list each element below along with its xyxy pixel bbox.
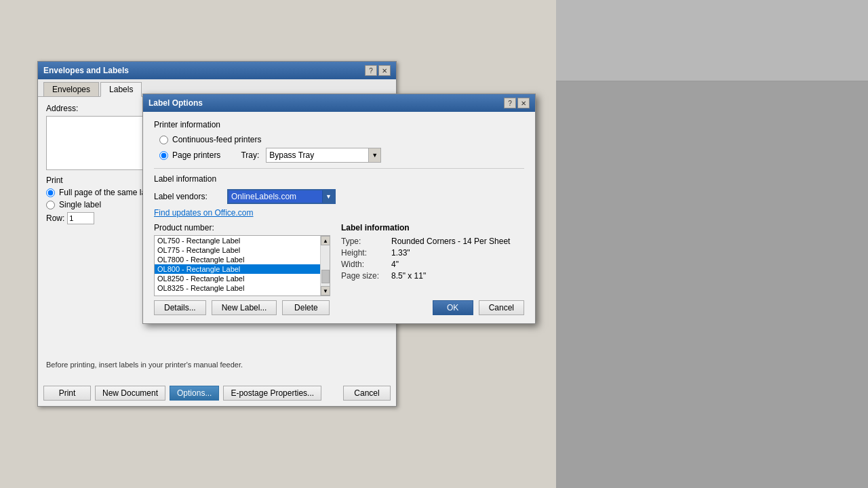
epostage-button[interactable]: E-postage Properties... bbox=[223, 386, 321, 401]
page-size-key: Page size: bbox=[341, 271, 389, 281]
app-background-right-top bbox=[556, 0, 868, 81]
scroll-up-button[interactable]: ▲ bbox=[321, 236, 330, 245]
scroll-track bbox=[321, 245, 330, 286]
lo-title: Label Options bbox=[149, 98, 203, 108]
page-printers-row: Page printers Tray: Bypass Tray ▼ bbox=[159, 148, 524, 163]
scroll-thumb[interactable] bbox=[321, 270, 330, 283]
product-area: Product number: OL750 - Rectangle Label … bbox=[154, 223, 524, 296]
product-list-scrollbar: ▲ ▼ bbox=[320, 236, 330, 296]
width-key: Width: bbox=[341, 260, 389, 269]
label-info-section-title: Label information bbox=[154, 174, 524, 184]
print-button[interactable]: Print bbox=[43, 386, 91, 401]
full-page-radio[interactable] bbox=[46, 188, 55, 197]
app-background-right bbox=[556, 0, 868, 488]
vendor-label-text: Label vendors: bbox=[154, 192, 222, 201]
product-number-section: Product number: OL750 - Rectangle Label … bbox=[154, 223, 330, 296]
printer-info-title: Printer information bbox=[154, 120, 524, 129]
continuous-feed-radio[interactable] bbox=[159, 136, 168, 144]
footer-message: Before printing, insert labels in your p… bbox=[46, 361, 388, 369]
lo-close-button[interactable]: ✕ bbox=[517, 98, 530, 108]
tab-labels[interactable]: Labels bbox=[100, 82, 142, 97]
continuous-feed-row: Continuous-feed printers bbox=[159, 135, 524, 144]
height-key: Height: bbox=[341, 248, 389, 258]
product-list: OL750 - Rectangle Label OL775 - Rectangl… bbox=[155, 236, 320, 296]
ok-button[interactable]: OK bbox=[433, 300, 473, 315]
env-labels-title: Envelopes and Labels bbox=[43, 66, 129, 75]
lo-footer: Details... New Label... Delete OK Cancel bbox=[154, 300, 524, 315]
row-number-input[interactable] bbox=[67, 212, 94, 224]
continuous-feed-label: Continuous-feed printers bbox=[172, 135, 261, 144]
list-item[interactable]: OL8325 - Rectangle Label bbox=[155, 283, 320, 293]
new-label-button[interactable]: New Label... bbox=[212, 300, 277, 315]
list-item[interactable]: OL750 - Rectangle Label bbox=[155, 236, 320, 245]
list-item[interactable]: OL8250 - Rectangle Label bbox=[155, 274, 320, 283]
tray-select[interactable]: Bypass Tray ▼ bbox=[266, 148, 381, 163]
lo-content: Printer information Continuous-feed prin… bbox=[143, 112, 535, 304]
vendor-select-value: OnlineLabels.com bbox=[229, 192, 322, 201]
page-size-value: 8.5" x 11" bbox=[391, 271, 426, 281]
list-item-selected[interactable]: OL800 - Rectangle Label bbox=[155, 264, 320, 274]
tray-select-value: Bypass Tray bbox=[267, 150, 368, 160]
env-labels-footer-buttons: Print New Document Options... E-postage … bbox=[43, 386, 391, 401]
tray-label-text: Tray: bbox=[241, 150, 259, 160]
label-info-box-title: Label information bbox=[341, 223, 524, 232]
env-labels-titlebar-buttons: ? ✕ bbox=[365, 65, 391, 76]
delete-button[interactable]: Delete bbox=[282, 300, 330, 315]
single-label-radio[interactable] bbox=[46, 201, 55, 209]
row-label-text: Row: bbox=[46, 214, 64, 223]
page-printers-radio[interactable] bbox=[159, 151, 168, 160]
env-labels-help-button[interactable]: ? bbox=[365, 65, 377, 76]
lo-titlebar-buttons: ? ✕ bbox=[504, 98, 530, 108]
label-info-box: Label information Type: Rounded Corners … bbox=[341, 223, 524, 296]
address-input-box[interactable] bbox=[46, 116, 155, 170]
height-value: 1.33" bbox=[391, 248, 410, 258]
printer-radio-group: Continuous-feed printers Page printers T… bbox=[159, 135, 524, 163]
lo-help-button[interactable]: ? bbox=[504, 98, 516, 108]
lo-titlebar: Label Options ? ✕ bbox=[143, 94, 535, 112]
width-row: Width: 4" bbox=[341, 260, 524, 269]
list-item[interactable]: OL7800 - Rectangle Label bbox=[155, 255, 320, 264]
lo-ok-cancel-buttons: OK Cancel bbox=[433, 300, 524, 315]
vendor-dropdown-arrow-icon[interactable]: ▼ bbox=[322, 190, 334, 203]
details-button[interactable]: Details... bbox=[154, 300, 206, 315]
page-size-row: Page size: 8.5" x 11" bbox=[341, 271, 524, 281]
page-printers-label: Page printers bbox=[172, 150, 220, 160]
tab-envelopes[interactable]: Envelopes bbox=[43, 82, 99, 96]
tray-dropdown-arrow-icon[interactable]: ▼ bbox=[368, 148, 380, 162]
tray-row: Tray: Bypass Tray ▼ bbox=[241, 148, 381, 163]
find-updates-link[interactable]: Find updates on Office.com bbox=[154, 208, 524, 218]
env-labels-close-button[interactable]: ✕ bbox=[378, 65, 391, 76]
vendor-select[interactable]: OnlineLabels.com ▼ bbox=[227, 189, 336, 204]
options-button[interactable]: Options... bbox=[170, 386, 219, 401]
height-row: Height: 1.33" bbox=[341, 248, 524, 258]
single-label-label: Single label bbox=[59, 200, 101, 209]
type-row: Type: Rounded Corners - 14 Per Sheet bbox=[341, 237, 524, 246]
scroll-down-button[interactable]: ▼ bbox=[321, 286, 330, 296]
label-info-section: Label information Label vendors: OnlineL… bbox=[154, 174, 524, 218]
product-number-label: Product number: bbox=[154, 223, 330, 232]
vendor-row: Label vendors: OnlineLabels.com ▼ bbox=[154, 189, 524, 204]
new-document-button[interactable]: New Document bbox=[95, 386, 165, 401]
cancel-button-lo[interactable]: Cancel bbox=[479, 300, 524, 315]
label-options-dialog: Label Options ? ✕ Printer information Co… bbox=[142, 94, 536, 324]
env-labels-titlebar: Envelopes and Labels ? ✕ bbox=[38, 62, 396, 79]
list-item[interactable]: OL775 - Rectangle Label bbox=[155, 245, 320, 255]
separator-1 bbox=[154, 168, 524, 169]
width-value: 4" bbox=[391, 260, 399, 269]
type-value: Rounded Corners - 14 Per Sheet bbox=[391, 237, 510, 246]
product-list-container: OL750 - Rectangle Label OL775 - Rectangl… bbox=[154, 235, 330, 296]
cancel-button-env[interactable]: Cancel bbox=[343, 386, 391, 401]
type-key: Type: bbox=[341, 237, 389, 246]
